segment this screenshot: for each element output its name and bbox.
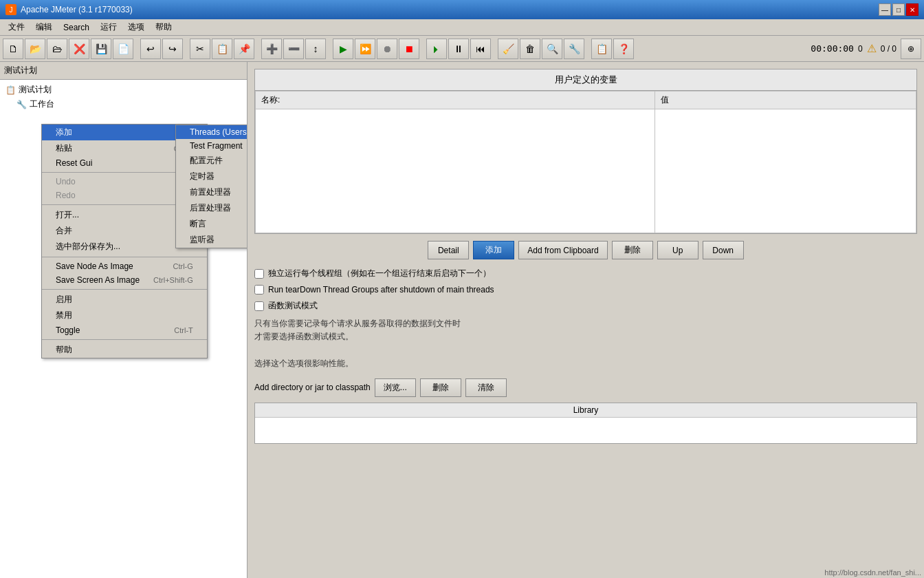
- functional-checkbox[interactable]: [254, 301, 264, 311]
- tb-sep5: [421, 39, 425, 59]
- menu-item-disable[interactable]: 禁用: [42, 308, 207, 323]
- submenu-config[interactable]: 配置元件 ▶: [176, 153, 248, 169]
- detail-button[interactable]: Detail: [428, 241, 469, 259]
- functional-label: 函数测试模式: [268, 300, 318, 312]
- list-btn[interactable]: 📋: [591, 39, 612, 59]
- submenu-threads[interactable]: Threads (Users) ▶: [176, 125, 248, 139]
- menu-edit[interactable]: 编辑: [30, 20, 58, 35]
- tree-content: 📋 测试计划 🔧 工作台: [0, 80, 247, 114]
- menu-run[interactable]: 运行: [95, 20, 122, 35]
- undo-button[interactable]: ↩: [140, 39, 161, 59]
- menu-item-save-screen-image[interactable]: Save Screen As Image Ctrl+Shift-G: [42, 273, 207, 287]
- menu-help[interactable]: 帮助: [150, 20, 177, 35]
- save-button[interactable]: ❌: [69, 39, 89, 59]
- cut-button[interactable]: ✂: [190, 39, 210, 59]
- classpath-row: Add directory or jar to classpath 浏览... …: [254, 378, 917, 397]
- sep3: [42, 257, 207, 257]
- menu-file[interactable]: 文件: [3, 20, 30, 35]
- desc-line1: 只有当你需要记录每个请求从服务器取得的数据到文件时: [254, 317, 917, 330]
- add-btn[interactable]: ➕: [261, 39, 282, 59]
- run-no-pause[interactable]: ⏩: [355, 39, 375, 59]
- lib-table-header: Library: [255, 403, 916, 418]
- tb-sep4: [327, 39, 331, 59]
- add-from-clipboard-button[interactable]: Add from Clipboard: [518, 241, 607, 259]
- remove-btn[interactable]: ➖: [283, 39, 304, 59]
- copy-button[interactable]: 📋: [212, 39, 232, 59]
- col-name-header: 名称:: [256, 92, 655, 109]
- menu-item-save-node-image[interactable]: Save Node As Image Ctrl-G: [42, 259, 207, 273]
- description-text: 只有当你需要记录每个请求从服务器取得的数据到文件时 才需要选择函数测试模式。 选…: [254, 317, 917, 370]
- run-button[interactable]: ▶: [333, 39, 353, 59]
- title-bar-controls[interactable]: — □ ✕: [879, 3, 918, 16]
- menu-bar: 文件 编辑 Search 运行 选项 帮助: [0, 19, 924, 36]
- submenu-test-fragment[interactable]: Test Fragment ▶: [176, 139, 248, 153]
- save-as-button[interactable]: 💾: [91, 39, 111, 59]
- close-button[interactable]: ✕: [906, 3, 918, 16]
- remote-stop2[interactable]: ⏮: [470, 39, 491, 59]
- window-title: Apache JMeter (3.1 r1770033): [21, 5, 133, 14]
- buttons-row: Detail 添加 Add from Clipboard 删除 Up Down: [254, 241, 917, 259]
- table-cell-name: [256, 109, 655, 233]
- info-btn[interactable]: 🔧: [564, 39, 584, 59]
- independent-threads-checkbox[interactable]: [254, 269, 264, 279]
- tree-child[interactable]: 🔧 工作台: [3, 97, 244, 111]
- add-submenu[interactable]: Threads (Users) ▶ Test Fragment ▶ 配置元件 ▶…: [175, 125, 248, 248]
- redo-button[interactable]: ↪: [162, 39, 183, 59]
- toolbar-right: 00:00:00 0 ⚠ 0 / 0 ⊕: [811, 39, 921, 59]
- error-count: 0: [858, 44, 863, 54]
- down-button[interactable]: Down: [703, 241, 744, 259]
- remote-stop[interactable]: ⏸: [448, 39, 469, 59]
- clear-all[interactable]: 🗑: [520, 39, 540, 59]
- menu-item-enable[interactable]: 启用: [42, 292, 207, 308]
- move-btn[interactable]: ↕: [305, 39, 326, 59]
- close-button-tb[interactable]: 🗁: [47, 39, 67, 59]
- menu-item-toggle[interactable]: Toggle Ctrl-T: [42, 323, 207, 337]
- help-btn[interactable]: ❓: [613, 39, 634, 59]
- up-button[interactable]: Up: [657, 241, 698, 259]
- tree-root-label: 测试计划: [19, 84, 52, 96]
- tree-child-label: 工作台: [30, 98, 54, 110]
- tb-sep1: [135, 39, 139, 59]
- tree-root[interactable]: 📋 测试计划: [3, 83, 244, 97]
- paste-button[interactable]: 📌: [234, 39, 254, 59]
- submenu-pre-processor[interactable]: 前置处理器 ▶: [176, 184, 248, 200]
- stop-button[interactable]: ⏺: [377, 39, 397, 59]
- submenu-timer[interactable]: 定时器 ▶: [176, 169, 248, 184]
- maximize-button[interactable]: □: [892, 3, 905, 16]
- browse-button[interactable]: 浏览...: [375, 378, 416, 397]
- tb-sep6: [492, 39, 496, 59]
- submenu-assertion[interactable]: 断言 ▶: [176, 216, 248, 232]
- submenu-listener[interactable]: 监听器 ▶: [176, 232, 248, 248]
- clear-btn[interactable]: 🧹: [498, 39, 518, 59]
- remote-run[interactable]: ⏵: [426, 39, 447, 59]
- saveas2-button[interactable]: 📄: [113, 39, 133, 59]
- checkbox-teardown: Run tearDown Thread Groups after shutdow…: [254, 285, 917, 295]
- teardown-checkbox[interactable]: [254, 285, 264, 295]
- tree-root-icon: 📋: [6, 85, 16, 95]
- main-area: 测试计划 📋 测试计划 🔧 工作台 添加 ▶ 粘贴 Ctrl-: [0, 62, 924, 578]
- zoom-btn[interactable]: ⊕: [901, 39, 921, 59]
- open-button[interactable]: 📂: [25, 39, 45, 59]
- delete-button[interactable]: 删除: [612, 241, 653, 259]
- tb-sep7: [586, 39, 590, 59]
- independent-threads-label: 独立运行每个线程组（例如在一个组运行结束后启动下一个）: [268, 268, 491, 279]
- search-btn[interactable]: 🔍: [542, 39, 562, 59]
- timer-display: 00:00:00: [811, 43, 854, 54]
- new-button[interactable]: 🗋: [3, 39, 23, 59]
- menu-item-help[interactable]: 帮助: [42, 342, 207, 358]
- sep4: [42, 289, 207, 290]
- menu-search[interactable]: Search: [58, 20, 95, 35]
- classpath-delete-button[interactable]: 删除: [420, 378, 461, 397]
- title-bar: J Apache JMeter (3.1 r1770033) — □ ✕: [0, 0, 924, 19]
- edit-context-menu[interactable]: 添加 ▶ 粘贴 Ctrl-V Reset Gui Undo Redo: [41, 124, 208, 358]
- left-panel: 测试计划 📋 测试计划 🔧 工作台 添加 ▶ 粘贴 Ctrl-: [0, 62, 248, 578]
- tree-header: 测试计划: [0, 62, 247, 80]
- stop-all[interactable]: ⏹: [399, 39, 419, 59]
- menu-options[interactable]: 选项: [122, 20, 150, 35]
- table-row-empty: [256, 109, 916, 233]
- classpath-clear-button[interactable]: 清除: [465, 378, 507, 397]
- submenu-post-processor[interactable]: 后置处理器 ▶: [176, 200, 248, 216]
- add-button[interactable]: 添加: [473, 241, 514, 259]
- minimize-button[interactable]: —: [879, 3, 891, 16]
- desc-line2: 才需要选择函数测试模式。: [254, 330, 917, 343]
